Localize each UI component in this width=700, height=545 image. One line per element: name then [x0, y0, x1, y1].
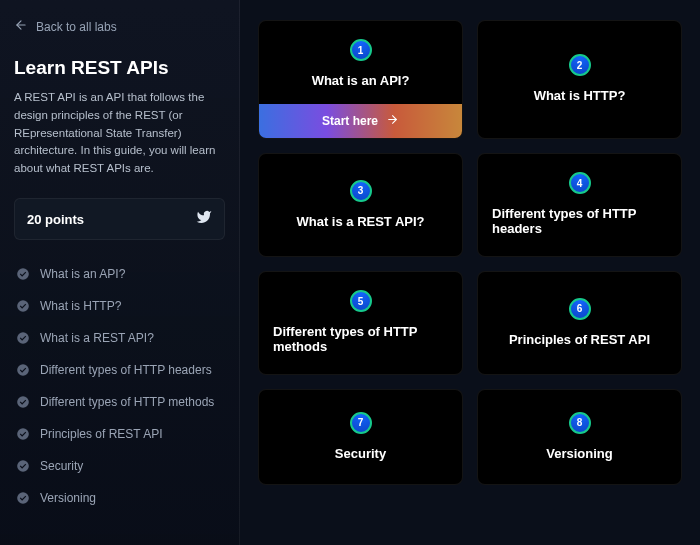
lesson-number-badge: 4 [569, 172, 591, 194]
lesson-card-title: What is a REST API? [296, 214, 424, 229]
check-circle-icon [16, 363, 30, 377]
points-bar: 20 points [14, 198, 225, 240]
nav-item-label: Principles of REST API [40, 427, 163, 441]
nav-item[interactable]: What is HTTP? [14, 292, 225, 320]
back-to-labs-link[interactable]: Back to all labs [14, 18, 225, 35]
nav-item-label: Different types of HTTP methods [40, 395, 214, 409]
twitter-share-button[interactable] [196, 209, 212, 229]
nav-item[interactable]: What is a REST API? [14, 324, 225, 352]
lesson-card-title: What is HTTP? [534, 88, 626, 103]
nav-item-label: Security [40, 459, 83, 473]
nav-item[interactable]: What is an API? [14, 260, 225, 288]
check-circle-icon [16, 331, 30, 345]
main-content: 1 What is an API? Start here 2 What is H… [240, 0, 700, 545]
lesson-card-title: Versioning [546, 446, 612, 461]
sidebar: Back to all labs Learn REST APIs A REST … [0, 0, 240, 545]
nav-item-label: Versioning [40, 491, 96, 505]
check-circle-icon [16, 299, 30, 313]
nav-item[interactable]: Security [14, 452, 225, 480]
lesson-card-2[interactable]: 2 What is HTTP? [477, 20, 682, 139]
nav-item-label: What is a REST API? [40, 331, 154, 345]
nav-item-label: Different types of HTTP headers [40, 363, 212, 377]
lesson-card-title: What is an API? [312, 73, 410, 88]
lesson-number-badge: 7 [350, 412, 372, 434]
nav-item[interactable]: Different types of HTTP headers [14, 356, 225, 384]
lesson-card-title: Different types of HTTP headers [492, 206, 667, 236]
check-circle-icon [16, 427, 30, 441]
points-label: 20 points [27, 212, 84, 227]
arrow-left-icon [14, 18, 28, 35]
nav-item[interactable]: Principles of REST API [14, 420, 225, 448]
start-here-button[interactable]: Start here [259, 104, 462, 138]
start-label: Start here [322, 114, 378, 128]
check-circle-icon [16, 459, 30, 473]
lesson-card-7[interactable]: 7 Security [258, 389, 463, 485]
lesson-card-3[interactable]: 3 What is a REST API? [258, 153, 463, 257]
check-circle-icon [16, 267, 30, 281]
page-description: A REST API is an API that follows the de… [14, 89, 225, 178]
nav-item[interactable]: Different types of HTTP methods [14, 388, 225, 416]
lesson-number-badge: 8 [569, 412, 591, 434]
lesson-number-badge: 3 [350, 180, 372, 202]
nav-item-label: What is an API? [40, 267, 125, 281]
check-circle-icon [16, 395, 30, 409]
lesson-card-6[interactable]: 6 Principles of REST API [477, 271, 682, 375]
check-circle-icon [16, 491, 30, 505]
lesson-number-badge: 5 [350, 290, 372, 312]
arrow-right-icon [386, 113, 399, 129]
lesson-card-5[interactable]: 5 Different types of HTTP methods [258, 271, 463, 375]
nav-item-label: What is HTTP? [40, 299, 121, 313]
lesson-card-8[interactable]: 8 Versioning [477, 389, 682, 485]
lesson-nav: What is an API? What is HTTP? What is a … [14, 260, 225, 512]
lesson-grid: 1 What is an API? Start here 2 What is H… [258, 20, 682, 485]
lesson-number-badge: 6 [569, 298, 591, 320]
page-title: Learn REST APIs [14, 57, 225, 79]
lesson-card-4[interactable]: 4 Different types of HTTP headers [477, 153, 682, 257]
lesson-number-badge: 2 [569, 54, 591, 76]
lesson-number-badge: 1 [350, 39, 372, 61]
lesson-card-title: Different types of HTTP methods [273, 324, 448, 354]
nav-item[interactable]: Versioning [14, 484, 225, 512]
lesson-card-title: Security [335, 446, 386, 461]
back-label: Back to all labs [36, 20, 117, 34]
lesson-card-title: Principles of REST API [509, 332, 650, 347]
lesson-card-1[interactable]: 1 What is an API? Start here [258, 20, 463, 139]
